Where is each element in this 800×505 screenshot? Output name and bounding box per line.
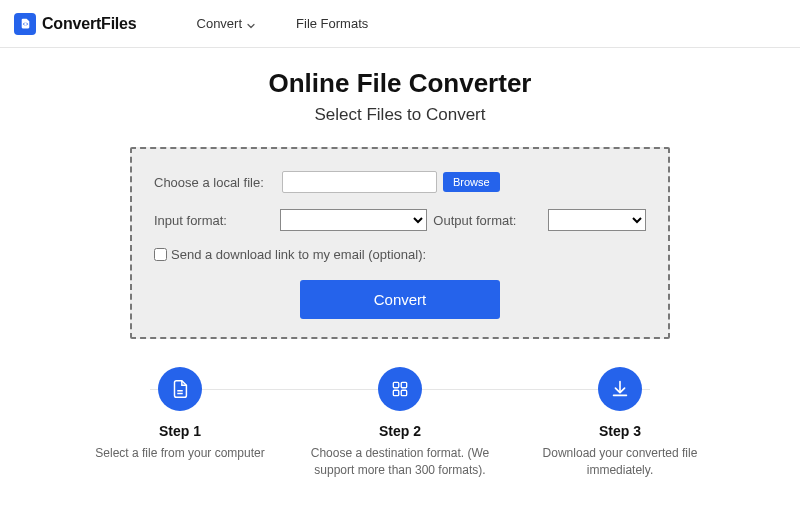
step-2: Step 2 Choose a destination format. (We … xyxy=(300,367,500,480)
row-email-option: Send a download link to my email (option… xyxy=(154,247,646,262)
step-3: Step 3 Download your converted file imme… xyxy=(520,367,720,480)
row-format: Input format: Output format: xyxy=(154,209,646,231)
output-format-select[interactable] xyxy=(548,209,646,231)
page-title: Online File Converter xyxy=(0,68,800,99)
email-checkbox[interactable] xyxy=(154,248,167,261)
email-checkbox-label: Send a download link to my email (option… xyxy=(171,247,426,262)
svg-rect-1 xyxy=(401,382,406,387)
svg-rect-0 xyxy=(393,382,398,387)
brand-name: ConvertFiles xyxy=(42,15,137,33)
header: ConvertFiles Convert File Formats xyxy=(0,0,800,48)
choose-file-label: Choose a local file: xyxy=(154,175,282,190)
row-choose-file: Choose a local file: Browse xyxy=(154,171,646,193)
nav: Convert File Formats xyxy=(197,16,369,31)
page-subtitle: Select Files to Convert xyxy=(0,105,800,125)
step-2-title: Step 2 xyxy=(300,423,500,439)
file-input[interactable] xyxy=(282,171,437,193)
nav-convert-label: Convert xyxy=(197,16,243,31)
upload-panel: Choose a local file: Browse Input format… xyxy=(130,147,670,339)
logo-icon xyxy=(14,13,36,35)
step-3-desc: Download your converted file immediately… xyxy=(520,445,720,480)
svg-rect-3 xyxy=(401,390,406,395)
grid-icon xyxy=(378,367,422,411)
step-1-desc: Select a file from your computer xyxy=(80,445,280,462)
nav-formats[interactable]: File Formats xyxy=(296,16,368,31)
nav-convert[interactable]: Convert xyxy=(197,16,257,31)
input-format-select[interactable] xyxy=(280,209,428,231)
input-format-label: Input format: xyxy=(154,213,280,228)
step-1: Step 1 Select a file from your computer xyxy=(80,367,280,480)
nav-formats-label: File Formats xyxy=(296,16,368,31)
svg-rect-2 xyxy=(393,390,398,395)
hero: Online File Converter Select Files to Co… xyxy=(0,48,800,480)
output-format-label: Output format: xyxy=(433,213,531,228)
browse-button[interactable]: Browse xyxy=(443,172,500,192)
chevron-down-icon xyxy=(246,19,256,29)
step-3-title: Step 3 xyxy=(520,423,720,439)
steps: Step 1 Select a file from your computer … xyxy=(80,367,720,480)
step-1-title: Step 1 xyxy=(80,423,280,439)
file-icon xyxy=(158,367,202,411)
convert-button[interactable]: Convert xyxy=(300,280,500,319)
step-2-desc: Choose a destination format. (We support… xyxy=(300,445,500,480)
download-icon xyxy=(598,367,642,411)
